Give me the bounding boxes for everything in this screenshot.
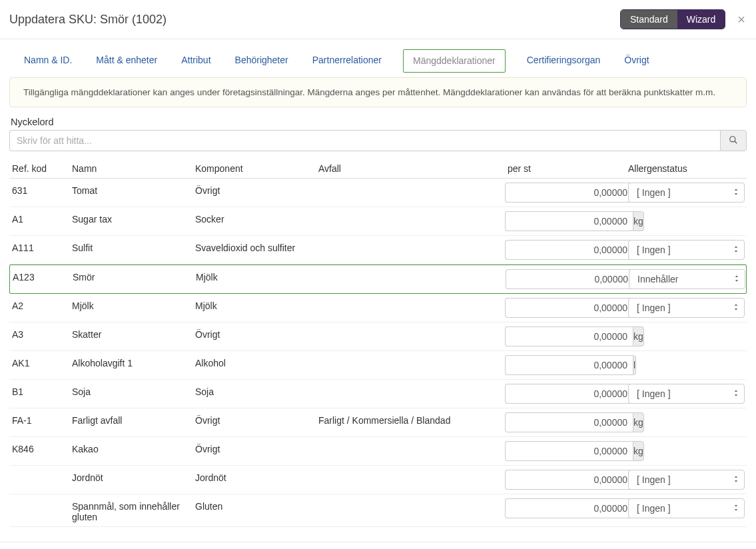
- allergen-select[interactable]: [ Ingen ]: [628, 183, 745, 203]
- cell-allergen: [ Ingen ]: [628, 470, 748, 490]
- quantity-input[interactable]: [505, 211, 633, 231]
- cell-ref: A123: [13, 269, 73, 282]
- search-input[interactable]: [9, 130, 720, 151]
- cell-per-st: kg: [505, 211, 628, 231]
- cell-waste: [318, 326, 505, 329]
- keyword-label: Nyckelord: [11, 117, 745, 127]
- quantity-input[interactable]: [505, 355, 633, 375]
- quantity-input[interactable]: [505, 240, 633, 260]
- quantity-input[interactable]: [505, 470, 633, 490]
- cell-ref: A2: [12, 298, 72, 311]
- tab-5[interactable]: Mängddeklarationer: [403, 49, 506, 73]
- quantity-input[interactable]: [506, 269, 633, 289]
- quantity-unit: l: [633, 355, 636, 375]
- tab-1[interactable]: Mått & enheter: [93, 49, 160, 72]
- allergen-value: [ Ingen ]: [637, 302, 671, 313]
- quantity-input[interactable]: [505, 441, 633, 461]
- svg-line-1: [735, 141, 737, 143]
- table-row: A111SulfitSvaveldioxid och sulfiterkg[ I…: [9, 236, 747, 265]
- table-row: K846KakaoÖvrigtkg: [9, 437, 747, 466]
- allergen-value: [ Ingen ]: [637, 388, 671, 399]
- allergen-select[interactable]: [ Ingen ]: [628, 298, 745, 318]
- search-icon: [729, 135, 738, 147]
- table-row: AK1Alkoholavgift 1Alkoholl: [9, 351, 747, 380]
- allergen-select[interactable]: [ Ingen ]: [628, 498, 745, 518]
- search-button[interactable]: [720, 130, 747, 151]
- cell-per-st: kg: [505, 441, 628, 461]
- tab-2[interactable]: Attribut: [179, 49, 213, 72]
- cell-component: Alkohol: [195, 355, 318, 368]
- cell-waste: [318, 470, 505, 472]
- cell-component: Övrigt: [195, 412, 318, 426]
- cell-component: Övrigt: [195, 441, 318, 454]
- quantity-unit: kg: [633, 326, 644, 346]
- svg-point-0: [730, 136, 735, 141]
- quantity-input[interactable]: [505, 326, 633, 346]
- quantity-input[interactable]: [505, 384, 633, 404]
- cell-ref: A111: [12, 240, 72, 253]
- table-row: A123SmörMjölkkgInnehåller: [9, 265, 747, 294]
- toggle-standard-button[interactable]: Standard: [621, 10, 677, 29]
- declarations-table: Ref. kod Namn Komponent Avfall per st Al…: [9, 161, 747, 527]
- chevron-sort-icon: [733, 503, 739, 514]
- cell-name: Tomat: [72, 183, 195, 196]
- modal-header: Uppdatera SKU: Smör (1002) Standard Wiza…: [0, 0, 756, 39]
- allergen-select[interactable]: [ Ingen ]: [628, 240, 745, 260]
- cell-name: Kakao: [72, 441, 195, 454]
- col-per-st: per st: [505, 163, 628, 174]
- col-component: Komponent: [195, 163, 318, 174]
- col-ref: Ref. kod: [12, 163, 72, 174]
- cell-name: Skatter: [72, 326, 195, 340]
- cell-per-st: kg: [505, 498, 628, 518]
- cell-ref: K846: [12, 441, 72, 454]
- chevron-sort-icon: [733, 388, 739, 399]
- cell-component: Jordnöt: [195, 470, 318, 483]
- table-row: FA-1Farligt avfallÖvrigtFarligt / Kommer…: [9, 408, 747, 437]
- cell-name: Farligt avfall: [72, 412, 195, 426]
- tab-0[interactable]: Namn & ID.: [21, 49, 75, 72]
- cell-waste: Farligt / Kommersiella / Blandad: [318, 412, 505, 426]
- col-allergen: Allergenstatus: [628, 163, 748, 174]
- cell-allergen: Innehåller: [629, 269, 749, 289]
- cell-component: Svaveldioxid och sulfiter: [195, 240, 318, 253]
- tab-7[interactable]: Övrigt: [621, 49, 651, 72]
- cell-allergen: [ Ingen ]: [628, 298, 748, 318]
- cell-ref: [12, 470, 72, 472]
- close-icon[interactable]: ×: [737, 13, 745, 26]
- toggle-wizard-button[interactable]: Wizard: [677, 10, 725, 29]
- cell-per-st: kg: [505, 183, 628, 203]
- cell-name: Sulfit: [72, 240, 195, 253]
- allergen-select[interactable]: [ Ingen ]: [628, 470, 745, 490]
- search-row: [9, 130, 747, 151]
- tab-6[interactable]: Certifieringsorgan: [524, 49, 603, 72]
- cell-waste: [318, 298, 505, 300]
- cell-waste: [318, 498, 505, 501]
- cell-ref: A1: [12, 211, 72, 225]
- allergen-select[interactable]: [ Ingen ]: [628, 384, 745, 404]
- table-row: A3SkatterÖvrigtkg: [9, 322, 747, 351]
- cell-component: Övrigt: [195, 183, 318, 196]
- cell-per-st: kg: [505, 384, 628, 404]
- table-row: A1Sugar taxSockerkg: [9, 207, 747, 236]
- col-waste: Avfall: [318, 163, 505, 174]
- cell-name: Mjölk: [72, 298, 195, 311]
- quantity-input[interactable]: [505, 298, 633, 318]
- cell-ref: [12, 498, 72, 501]
- cell-per-st: kg: [506, 269, 629, 289]
- allergen-value: [ Ingen ]: [637, 474, 671, 485]
- cell-ref: AK1: [12, 355, 72, 368]
- quantity-input[interactable]: [505, 183, 633, 203]
- view-toggle: Standard Wizard: [620, 9, 725, 29]
- quantity-input[interactable]: [505, 498, 633, 518]
- tab-4[interactable]: Partnerrelationer: [310, 49, 384, 72]
- cell-component: Soja: [195, 384, 318, 397]
- tab-3[interactable]: Behörigheter: [232, 49, 291, 72]
- cell-waste: [318, 355, 505, 358]
- cell-per-st: kg: [505, 298, 628, 318]
- cell-per-st: kg: [505, 470, 628, 490]
- allergen-select[interactable]: Innehåller: [629, 269, 745, 289]
- cell-component: Övrigt: [195, 326, 318, 340]
- chevron-sort-icon: [733, 245, 739, 255]
- table-body: 631TomatÖvrigtkg[ Ingen ]A1Sugar taxSock…: [9, 179, 747, 527]
- quantity-input[interactable]: [505, 412, 633, 432]
